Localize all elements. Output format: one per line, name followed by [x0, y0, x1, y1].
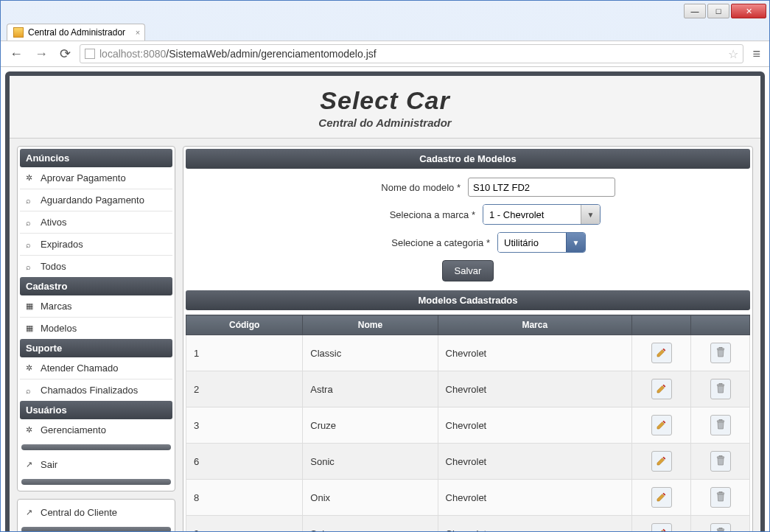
- window-maximize-button[interactable]: □: [707, 4, 729, 18]
- reload-button[interactable]: ⟳: [57, 44, 74, 63]
- gear-icon: ✲: [26, 363, 36, 373]
- table-row: 9SpinChevrolet: [186, 516, 750, 532]
- brand-header: Select Car Central do Administrador: [10, 76, 760, 139]
- edit-button[interactable]: [651, 343, 672, 363]
- input-nome-modelo[interactable]: [468, 178, 615, 197]
- sidebar-item[interactable]: ▦Marcas: [20, 295, 172, 318]
- panel-divider: [21, 479, 171, 485]
- brand-title: Select Car: [10, 86, 760, 115]
- search-icon: ⌕: [26, 262, 36, 271]
- external-icon: ↗: [26, 508, 36, 517]
- sidebar-section-title: Suporte: [20, 339, 172, 357]
- favicon-icon: [13, 27, 24, 38]
- cell-codigo: 1: [186, 335, 303, 371]
- window-titlebar: — □ ✕: [1, 1, 769, 21]
- pencil-icon: [656, 455, 668, 469]
- form-title: Cadastro de Modelos: [186, 149, 750, 169]
- sidebar-item[interactable]: ✲Atender Chamado: [20, 357, 172, 379]
- edit-button[interactable]: [651, 451, 672, 472]
- select-marca[interactable]: 1 - Chevrolet ▼: [483, 204, 601, 225]
- forward-button[interactable]: →: [32, 45, 51, 63]
- sidebar-panel-main: Anúncios✲Aprovar Pagamento⌕Aguardando Pa…: [17, 146, 175, 491]
- table-row: 3CruzeChevrolet: [186, 407, 750, 444]
- sidebar-item-central-cliente[interactable]: ↗Central do Cliente: [20, 502, 172, 523]
- cell-nome: Onix: [303, 480, 438, 516]
- table-header: [691, 315, 750, 335]
- edit-button[interactable]: [651, 523, 672, 531]
- sidebar-item[interactable]: ▦Modelos: [20, 318, 172, 339]
- browser-tabbar: Central do Administrador ×: [1, 21, 769, 41]
- sidebar-item-label: Sair: [41, 459, 57, 470]
- edit-button[interactable]: [651, 415, 672, 435]
- sidebar-item[interactable]: ⌕Ativos: [20, 211, 172, 234]
- cell-marca: Chevrolet: [438, 444, 631, 480]
- cell-nome: Sonic: [303, 444, 438, 480]
- edit-button[interactable]: [651, 379, 672, 399]
- delete-button[interactable]: [710, 343, 731, 363]
- sidebar-item-label: Aguardando Pagamento: [41, 195, 144, 206]
- trash-icon: [715, 527, 727, 532]
- sidebar-item-label: Marcas: [41, 301, 72, 312]
- cell-codigo: 9: [186, 516, 303, 532]
- delete-button[interactable]: [710, 451, 731, 472]
- trash-icon: [715, 346, 727, 360]
- browser-menu-icon[interactable]: ≡: [749, 46, 763, 62]
- sidebar-item[interactable]: ⌕Todos: [20, 256, 172, 277]
- cell-marca: Chevrolet: [438, 371, 631, 407]
- back-button[interactable]: ←: [7, 45, 26, 63]
- search-icon: ⌕: [26, 218, 36, 227]
- sidebar-item[interactable]: ⌕Chamados Finalizados: [20, 379, 172, 401]
- search-icon: ⌕: [26, 240, 36, 249]
- chevron-down-icon[interactable]: ▼: [581, 205, 600, 224]
- sidebar-panel-secondary: ↗Central do Cliente: [17, 499, 175, 531]
- cell-codigo: 2: [186, 371, 303, 407]
- table-header: Marca: [438, 315, 631, 335]
- save-button[interactable]: Salvar: [442, 260, 494, 281]
- trash-icon: [715, 455, 727, 469]
- table-row: 8OnixChevrolet: [186, 480, 750, 516]
- sidebar-item-label: Expirados: [41, 239, 83, 250]
- site-info-icon[interactable]: [85, 49, 95, 59]
- svg-rect-3: [719, 383, 722, 384]
- viewport: Select Car Central do Administrador Anún…: [1, 67, 769, 531]
- cell-codigo: 6: [186, 444, 303, 480]
- cell-codigo: 8: [186, 480, 303, 516]
- sidebar-item-sair[interactable]: ↗Sair: [20, 454, 172, 475]
- pencil-icon: [656, 527, 668, 532]
- sidebar-item[interactable]: ⌕Aguardando Pagamento: [20, 189, 172, 211]
- table-title: Modelos Cadastrados: [186, 290, 750, 310]
- delete-button[interactable]: [710, 487, 731, 508]
- browser-tab[interactable]: Central do Administrador ×: [7, 24, 145, 41]
- external-icon: ↗: [26, 460, 36, 469]
- delete-button[interactable]: [710, 523, 731, 531]
- main-content: Cadastro de Modelos Nome do modelo * Sel…: [183, 146, 753, 531]
- tab-close-icon[interactable]: ×: [136, 28, 140, 37]
- svg-rect-9: [719, 491, 722, 492]
- url-bar[interactable]: localhost:8080/SistemaWeb/admin/gerencia…: [80, 44, 743, 63]
- svg-rect-7: [719, 455, 722, 456]
- pencil-icon: [656, 419, 668, 433]
- select-categoria[interactable]: Utilitário ▼: [497, 232, 586, 253]
- label-marca: Seleciona a marca *: [335, 209, 475, 220]
- sidebar-item[interactable]: ✲Gerenciamento: [20, 419, 172, 441]
- delete-button[interactable]: [710, 379, 731, 399]
- bookmark-icon[interactable]: ☆: [728, 47, 738, 61]
- sidebar-section-title: Cadastro: [20, 277, 172, 295]
- svg-rect-11: [719, 528, 722, 528]
- trash-icon: [715, 382, 727, 396]
- delete-button[interactable]: [710, 415, 731, 435]
- models-table: CódigoNomeMarca 1ClassicChevrolet2AstraC…: [186, 315, 750, 531]
- table-row: 2AstraChevrolet: [186, 371, 750, 407]
- sidebar-item-label: Chamados Finalizados: [41, 385, 138, 396]
- chevron-down-icon[interactable]: ▼: [566, 233, 585, 252]
- sidebar-item-label: Atender Chamado: [41, 363, 119, 374]
- gear-icon: ✲: [26, 173, 36, 183]
- sidebar-section-title: Anúncios: [20, 149, 172, 167]
- sidebar-item[interactable]: ⌕Expirados: [20, 234, 172, 256]
- window-frame: — □ ✕ Central do Administrador × ← → ⟳ l…: [0, 0, 770, 532]
- window-close-button[interactable]: ✕: [731, 4, 766, 18]
- sidebar-item[interactable]: ✲Aprovar Pagamento: [20, 167, 172, 189]
- svg-rect-1: [719, 347, 722, 348]
- window-minimize-button[interactable]: —: [684, 4, 706, 18]
- edit-button[interactable]: [651, 487, 672, 508]
